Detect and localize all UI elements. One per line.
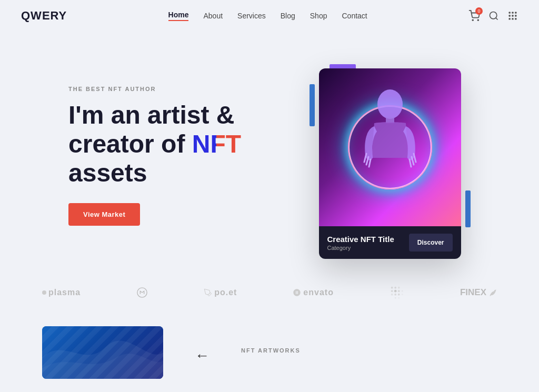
svg-point-32 bbox=[402, 294, 403, 295]
plasma-label: plasma bbox=[48, 288, 81, 297]
finex-label: FINEX bbox=[460, 287, 486, 298]
hero-subtitle: THE BEST NFT AUTHOR bbox=[68, 86, 283, 92]
svg-point-29 bbox=[391, 294, 393, 296]
iota-icon bbox=[390, 285, 404, 300]
nav-home[interactable]: Home bbox=[168, 11, 189, 21]
bottom-text-area: ← bbox=[195, 326, 209, 364]
partner-finex: FINEX bbox=[460, 287, 497, 298]
svg-line-18 bbox=[414, 154, 416, 162]
main-nav: Home About Services Blog Shop Contact bbox=[168, 11, 367, 21]
nft-card-wrapper: Creative NFT Title Category Discover bbox=[319, 68, 461, 259]
svg-line-15 bbox=[364, 154, 366, 162]
partner-coinmarketcap bbox=[136, 287, 148, 298]
cart-button[interactable]: 0 bbox=[468, 10, 480, 22]
svg-point-22 bbox=[391, 287, 393, 289]
svg-rect-4 bbox=[509, 12, 511, 14]
nft-card-category: Category bbox=[327, 245, 394, 251]
svg-rect-7 bbox=[509, 15, 511, 16]
hero-title-line3: assets bbox=[68, 159, 147, 187]
hero-card-area: Creative NFT Title Category Discover bbox=[283, 53, 497, 259]
partner-plasma: plasma bbox=[42, 288, 81, 297]
svg-rect-5 bbox=[512, 12, 513, 14]
partner-iota bbox=[390, 285, 404, 300]
plasma-dot bbox=[42, 290, 46, 295]
svg-rect-12 bbox=[515, 18, 516, 19]
svg-line-17 bbox=[369, 159, 371, 167]
svg-line-20 bbox=[410, 159, 411, 167]
wave-decoration bbox=[42, 326, 163, 379]
svg-point-23 bbox=[394, 287, 396, 289]
deco-blue-left bbox=[310, 84, 315, 126]
header: QWERY Home About Services Blog Shop Cont… bbox=[0, 0, 539, 32]
figure-silhouette bbox=[361, 84, 419, 205]
nft-card-footer: Creative NFT Title Category Discover bbox=[319, 226, 461, 259]
view-market-button[interactable]: View Market bbox=[68, 203, 140, 226]
search-button[interactable] bbox=[488, 11, 499, 21]
header-icons: 0 bbox=[468, 10, 518, 22]
svg-point-33 bbox=[395, 297, 396, 299]
svg-point-30 bbox=[394, 294, 396, 296]
poet-label: po.et bbox=[214, 288, 237, 297]
envato-icon bbox=[293, 288, 301, 297]
svg-point-27 bbox=[398, 290, 400, 292]
discover-button[interactable]: Discover bbox=[409, 234, 453, 252]
partner-poet: po.et bbox=[204, 288, 237, 297]
search-icon bbox=[488, 11, 499, 21]
hero-section: THE BEST NFT AUTHOR I'm an artist & crea… bbox=[0, 32, 539, 269]
bottom-artwork-image bbox=[42, 326, 163, 379]
grid-menu-button[interactable] bbox=[507, 11, 518, 21]
svg-point-24 bbox=[398, 287, 400, 289]
svg-point-28 bbox=[402, 290, 403, 292]
logo: QWERY bbox=[21, 9, 67, 23]
hero-nft-text: NFT bbox=[192, 130, 241, 158]
nav-shop[interactable]: Shop bbox=[310, 12, 327, 20]
nav-about[interactable]: About bbox=[203, 12, 223, 20]
nft-card-info: Creative NFT Title Category bbox=[327, 235, 394, 251]
nft-card-title: Creative NFT Title bbox=[327, 235, 394, 244]
svg-point-25 bbox=[391, 290, 393, 292]
partners-section: plasma po.et envato bbox=[0, 269, 539, 316]
svg-point-0 bbox=[472, 19, 473, 21]
svg-point-26 bbox=[394, 290, 397, 293]
svg-point-31 bbox=[398, 294, 400, 296]
hero-title-line1: I'm an artist & bbox=[68, 101, 235, 129]
partner-envato: envato bbox=[293, 288, 334, 297]
grid-icon bbox=[507, 11, 518, 21]
svg-rect-11 bbox=[512, 18, 513, 19]
svg-point-2 bbox=[490, 12, 497, 19]
nft-artworks-label: NFT ARTWORKS bbox=[241, 326, 301, 354]
svg-rect-10 bbox=[509, 18, 511, 19]
svg-point-13 bbox=[377, 89, 403, 119]
hero-text: THE BEST NFT AUTHOR I'm an artist & crea… bbox=[68, 86, 283, 226]
bottom-section: ← NFT ARTWORKS bbox=[0, 316, 539, 389]
hero-title: I'm an artist & creator of NFT assets bbox=[68, 100, 283, 188]
envato-label: envato bbox=[303, 288, 334, 297]
deco-blue-right bbox=[465, 190, 471, 227]
coinmarketcap-icon bbox=[136, 287, 148, 298]
svg-rect-8 bbox=[512, 15, 513, 16]
nft-card-image bbox=[319, 68, 461, 226]
nav-services[interactable]: Services bbox=[237, 12, 266, 20]
finex-leaf-icon bbox=[488, 288, 497, 297]
svg-line-3 bbox=[496, 18, 498, 20]
svg-rect-6 bbox=[515, 12, 516, 14]
svg-point-34 bbox=[398, 297, 400, 299]
nav-contact[interactable]: Contact bbox=[342, 12, 367, 20]
hero-title-line2: creator of NFT bbox=[68, 130, 241, 158]
nft-card: Creative NFT Title Category Discover bbox=[319, 68, 461, 259]
arrow-icon: ← bbox=[195, 347, 209, 364]
cart-badge: 0 bbox=[475, 7, 483, 15]
poet-icon bbox=[204, 288, 212, 297]
deco-top-strip bbox=[330, 64, 356, 68]
svg-rect-9 bbox=[515, 15, 516, 16]
nav-blog[interactable]: Blog bbox=[281, 12, 295, 20]
svg-point-1 bbox=[477, 19, 478, 21]
